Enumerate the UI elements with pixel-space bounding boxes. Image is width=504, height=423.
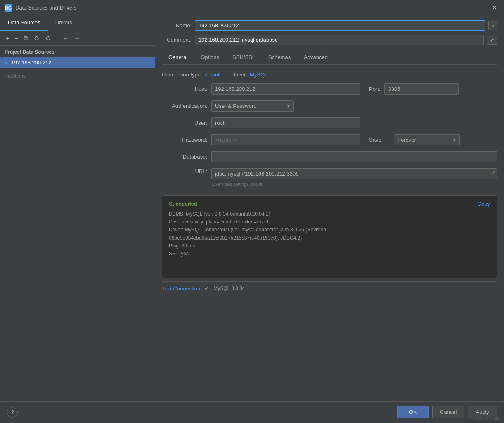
port-input[interactable]	[384, 83, 459, 95]
dialog-window: DG Data Sources and Drivers ✕ Data Sourc…	[0, 0, 504, 423]
comment-input[interactable]	[195, 35, 484, 45]
success-line-2: Case sensitivity: plain=exact, delimited…	[169, 218, 490, 226]
copy-button[interactable]: Copy	[478, 201, 490, 207]
save-select[interactable]: Forever Until restart Never	[394, 134, 460, 145]
auth-select-wrapper: User & Password No Auth SSH (port forwar…	[211, 100, 294, 112]
connection-type-row: Connection type: default Driver: MySQL	[162, 71, 497, 78]
user-label: User:	[162, 120, 207, 126]
user-input[interactable]	[211, 117, 360, 128]
left-tabs: Data Sources Drivers	[0, 15, 155, 31]
database-row: Database:	[162, 151, 497, 162]
url-input-wrapper: ⤢	[211, 168, 497, 179]
test-connection-status: MySQL 8.0.34	[213, 285, 245, 291]
problems-section: Problems	[0, 68, 155, 84]
datasource-icon: ⏛	[5, 59, 8, 66]
success-line-3: Driver: MySQL Connector/J (ver. mysql-co…	[169, 226, 490, 234]
auth-row: Authentication: User & Password No Auth …	[162, 100, 497, 112]
database-input[interactable]	[211, 151, 497, 162]
auth-label: Authentication:	[162, 103, 207, 109]
url-label: URL:	[162, 168, 207, 174]
check-icon: ✔	[204, 285, 209, 292]
user-row: User:	[162, 117, 497, 128]
close-button[interactable]: ✕	[489, 3, 499, 12]
main-content: Data Sources Drivers + − ⧉ ←	[0, 15, 504, 401]
tab-advanced[interactable]: Advanced	[297, 51, 334, 64]
override-text-row: Overrides settings above	[162, 181, 497, 187]
host-row: Host: Port:	[162, 83, 497, 95]
left-panel: Data Sources Drivers + − ⧉ ←	[0, 15, 155, 401]
password-input[interactable]	[211, 134, 360, 145]
tab-options[interactable]: Options	[194, 51, 226, 64]
auth-select[interactable]: User & Password No Auth SSH (port forwar…	[211, 100, 294, 112]
save-label: Save:	[369, 137, 390, 143]
success-title: Succeeded	[169, 201, 197, 207]
back-button[interactable]: ←	[60, 34, 70, 43]
success-line-5: Ping: 30 ms	[169, 242, 490, 250]
name-input[interactable]	[195, 20, 485, 31]
password-label: Password:	[162, 137, 207, 143]
tab-sshssl[interactable]: SSH/SSL	[226, 51, 262, 64]
cancel-button[interactable]: Cancel	[432, 406, 464, 418]
host-input[interactable]	[211, 83, 360, 95]
port-label: Port:	[369, 86, 380, 92]
app-icon: DG	[5, 4, 12, 12]
comment-label: Comment:	[162, 37, 192, 43]
settings-button[interactable]	[32, 34, 42, 43]
driver-value[interactable]: MySQL	[250, 71, 267, 78]
name-expand-button[interactable]: ○	[488, 21, 497, 30]
test-connection-bar: Test Connection ✔ MySQL 8.0.34	[162, 281, 497, 295]
host-label: Host:	[162, 86, 207, 92]
success-details: DBMS: MySQL (ver. 8.0.34-0ubuntu0.20.04.…	[169, 210, 490, 258]
url-expand-button[interactable]: ⤢	[491, 170, 495, 176]
datasource-name: 192.168.200.212	[11, 59, 52, 66]
success-line-1: DBMS: MySQL (ver. 8.0.34-0ubuntu0.20.04.…	[169, 210, 490, 218]
success-box: Succeeded Copy DBMS: MySQL (ver. 8.0.34-…	[162, 195, 497, 278]
tab-drivers[interactable]: Drivers	[48, 15, 80, 31]
project-data-sources-label: Project Data Sources	[0, 46, 155, 57]
refresh-button[interactable]	[43, 34, 53, 43]
comment-expand-button[interactable]: ⤢	[487, 36, 497, 45]
test-connection-button[interactable]: Test Connection	[162, 285, 200, 292]
success-line-4: 08be9e9b4cba6aa115f9b27b215887af40b159e0…	[169, 234, 490, 242]
database-label: Database:	[162, 154, 207, 160]
tab-data-sources[interactable]: Data Sources	[0, 15, 48, 31]
watermark: CSDN @Dontla	[471, 416, 500, 421]
driver-label: Driver:	[232, 71, 247, 78]
ok-button[interactable]: OK	[397, 406, 429, 418]
connection-type-value[interactable]: default	[205, 71, 221, 78]
remove-button[interactable]: −	[13, 34, 20, 43]
copy-button[interactable]: ⧉	[22, 33, 30, 43]
forward-button[interactable]: →	[72, 34, 82, 43]
bottom-bar: ? OK Cancel Apply	[0, 401, 504, 423]
override-text: Overrides settings above	[212, 182, 263, 187]
save-select-wrapper: Forever Until restart Never	[394, 134, 460, 145]
window-title: Data Sources and Drivers	[15, 5, 486, 11]
help-button[interactable]: ?	[7, 407, 18, 418]
comment-field-row: Comment: ⤢	[162, 35, 497, 45]
password-row: Password: Save: Forever Until restart Ne…	[162, 134, 497, 145]
url-row: URL: ⤢	[162, 168, 497, 179]
right-panel: Name: ○ Comment: ⤢ General Options SSH/S…	[155, 15, 504, 401]
right-tabs: General Options SSH/SSL Schemas Advanced	[162, 51, 497, 65]
left-toolbar: + − ⧉ ← →	[0, 31, 155, 46]
datasource-item[interactable]: ⏛ 192.168.200.212	[0, 57, 155, 68]
name-label: Name:	[162, 22, 192, 29]
url-input[interactable]	[211, 168, 497, 179]
success-line-6: SSL: yes	[169, 250, 490, 258]
toolbar-separator	[57, 35, 57, 42]
connection-type-label: Connection type:	[162, 71, 202, 78]
name-field-row: Name: ○	[162, 20, 497, 31]
title-bar: DG Data Sources and Drivers ✕	[0, 0, 504, 15]
add-button[interactable]: +	[4, 34, 11, 43]
tab-general[interactable]: General	[162, 51, 194, 64]
problems-label: Problems	[5, 73, 26, 79]
tab-schemas[interactable]: Schemas	[262, 51, 297, 64]
